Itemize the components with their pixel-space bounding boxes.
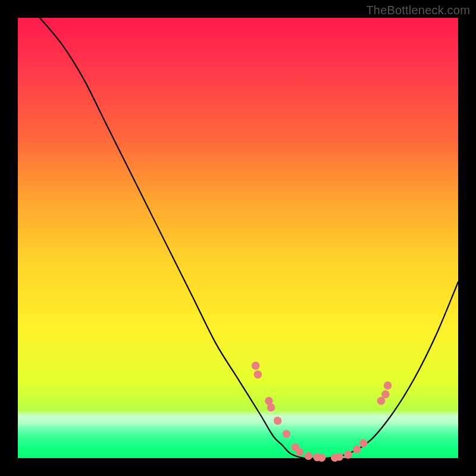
curve-svg [18, 18, 458, 458]
highlight-dot [384, 381, 392, 390]
highlight-dot [353, 445, 361, 453]
highlight-dot [377, 397, 386, 405]
highlight-dot [254, 371, 262, 379]
watermark: TheBottleneck.com [366, 4, 470, 17]
highlight-dot [305, 452, 313, 461]
highlight-dot [381, 390, 390, 399]
highlight-dot [252, 362, 260, 370]
highlight-dots [252, 362, 392, 462]
highlight-dot [335, 453, 343, 461]
highlight-dot [359, 439, 368, 447]
highlight-dot [296, 448, 304, 456]
chart-stage: TheBottleneck.com [0, 0, 476, 476]
highlight-dot [267, 403, 275, 412]
plot-area [18, 18, 458, 458]
highlight-dot [274, 416, 282, 425]
bottleneck-curve [40, 18, 458, 459]
highlight-dot [344, 450, 352, 459]
highlight-dot [283, 430, 291, 439]
highlight-dot [318, 453, 326, 462]
